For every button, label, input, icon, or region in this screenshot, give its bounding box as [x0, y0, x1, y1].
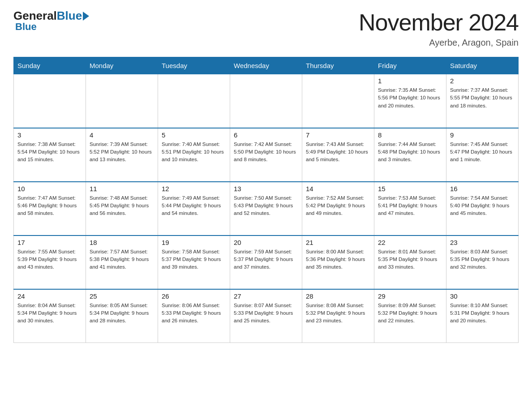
- day-cell: 21Sunrise: 8:00 AM Sunset: 5:36 PM Dayli…: [302, 235, 374, 289]
- day-cell: 17Sunrise: 7:55 AM Sunset: 5:39 PM Dayli…: [14, 235, 86, 289]
- day-info: Sunrise: 7:50 AM Sunset: 5:43 PM Dayligh…: [234, 194, 298, 218]
- day-number: 20: [234, 239, 298, 246]
- day-info: Sunrise: 7:38 AM Sunset: 5:54 PM Dayligh…: [17, 141, 82, 164]
- day-cell: 15Sunrise: 7:53 AM Sunset: 5:41 PM Dayli…: [374, 182, 446, 235]
- day-info: Sunrise: 8:04 AM Sunset: 5:34 PM Dayligh…: [17, 302, 82, 325]
- day-cell: [158, 74, 230, 128]
- day-info: Sunrise: 7:40 AM Sunset: 5:51 PM Dayligh…: [162, 141, 226, 164]
- week-row-2: 3Sunrise: 7:38 AM Sunset: 5:54 PM Daylig…: [14, 128, 519, 182]
- day-info: Sunrise: 7:43 AM Sunset: 5:49 PM Dayligh…: [306, 141, 370, 164]
- day-cell: 19Sunrise: 7:58 AM Sunset: 5:37 PM Dayli…: [158, 235, 230, 289]
- day-cell: 4Sunrise: 7:39 AM Sunset: 5:52 PM Daylig…: [86, 128, 158, 182]
- day-number: 26: [162, 292, 226, 300]
- week-row-4: 17Sunrise: 7:55 AM Sunset: 5:39 PM Dayli…: [14, 235, 519, 289]
- day-number: 19: [162, 239, 226, 246]
- header-day-sunday: Sunday: [14, 57, 86, 74]
- calendar-title: November 2024: [359, 9, 519, 36]
- day-cell: 13Sunrise: 7:50 AM Sunset: 5:43 PM Dayli…: [230, 182, 302, 235]
- logo-arrow-icon: [83, 12, 89, 21]
- day-info: Sunrise: 7:54 AM Sunset: 5:40 PM Dayligh…: [450, 194, 515, 218]
- day-cell: 8Sunrise: 7:44 AM Sunset: 5:48 PM Daylig…: [374, 128, 446, 182]
- day-number: 30: [450, 292, 515, 300]
- day-number: 7: [306, 131, 370, 139]
- day-number: 10: [17, 185, 82, 193]
- day-number: 17: [17, 239, 82, 246]
- day-cell: 18Sunrise: 7:57 AM Sunset: 5:38 PM Dayli…: [86, 235, 158, 289]
- day-info: Sunrise: 7:48 AM Sunset: 5:45 PM Dayligh…: [90, 194, 154, 218]
- day-cell: 12Sunrise: 7:49 AM Sunset: 5:44 PM Dayli…: [158, 182, 230, 235]
- header-day-wednesday: Wednesday: [230, 57, 302, 74]
- week-row-5: 24Sunrise: 8:04 AM Sunset: 5:34 PM Dayli…: [14, 289, 519, 343]
- header-day-monday: Monday: [86, 57, 158, 74]
- day-cell: 16Sunrise: 7:54 AM Sunset: 5:40 PM Dayli…: [446, 182, 519, 235]
- day-number: 22: [378, 239, 442, 246]
- day-number: 6: [234, 131, 298, 139]
- day-cell: 23Sunrise: 8:03 AM Sunset: 5:35 PM Dayli…: [446, 235, 519, 289]
- day-cell: 24Sunrise: 8:04 AM Sunset: 5:34 PM Dayli…: [14, 289, 86, 343]
- day-number: 16: [450, 185, 515, 193]
- day-cell: [230, 74, 302, 128]
- day-info: Sunrise: 7:58 AM Sunset: 5:37 PM Dayligh…: [162, 248, 226, 271]
- day-cell: 2Sunrise: 7:37 AM Sunset: 5:55 PM Daylig…: [446, 74, 519, 128]
- day-cell: 22Sunrise: 8:01 AM Sunset: 5:35 PM Dayli…: [374, 235, 446, 289]
- day-number: 27: [234, 292, 298, 300]
- day-info: Sunrise: 7:44 AM Sunset: 5:48 PM Dayligh…: [378, 141, 442, 164]
- day-cell: 1Sunrise: 7:35 AM Sunset: 5:56 PM Daylig…: [374, 74, 446, 128]
- day-cell: 25Sunrise: 8:05 AM Sunset: 5:34 PM Dayli…: [86, 289, 158, 343]
- calendar-subtitle: Ayerbe, Aragon, Spain: [359, 38, 519, 48]
- day-cell: [302, 74, 374, 128]
- calendar-header: SundayMondayTuesdayWednesdayThursdayFrid…: [14, 57, 519, 74]
- day-cell: 10Sunrise: 7:47 AM Sunset: 5:46 PM Dayli…: [14, 182, 86, 235]
- day-number: 1: [378, 77, 442, 85]
- day-number: 15: [378, 185, 442, 193]
- day-cell: 27Sunrise: 8:07 AM Sunset: 5:33 PM Dayli…: [230, 289, 302, 343]
- day-info: Sunrise: 8:03 AM Sunset: 5:35 PM Dayligh…: [450, 248, 515, 271]
- title-block: November 2024 Ayerbe, Aragon, Spain: [359, 9, 519, 48]
- header-day-tuesday: Tuesday: [158, 57, 230, 74]
- day-number: 28: [306, 292, 370, 300]
- day-info: Sunrise: 8:07 AM Sunset: 5:33 PM Dayligh…: [234, 302, 298, 325]
- day-cell: 30Sunrise: 8:10 AM Sunset: 5:31 PM Dayli…: [446, 289, 519, 343]
- day-info: Sunrise: 7:52 AM Sunset: 5:42 PM Dayligh…: [306, 194, 370, 218]
- day-number: 14: [306, 185, 370, 193]
- day-number: 8: [378, 131, 442, 139]
- day-cell: 7Sunrise: 7:43 AM Sunset: 5:49 PM Daylig…: [302, 128, 374, 182]
- day-cell: 11Sunrise: 7:48 AM Sunset: 5:45 PM Dayli…: [86, 182, 158, 235]
- day-number: 25: [90, 292, 154, 300]
- day-info: Sunrise: 7:35 AM Sunset: 5:56 PM Dayligh…: [378, 86, 442, 110]
- calendar-body: 1Sunrise: 7:35 AM Sunset: 5:56 PM Daylig…: [14, 74, 519, 343]
- day-number: 18: [90, 239, 154, 246]
- day-number: 23: [450, 239, 515, 246]
- week-row-1: 1Sunrise: 7:35 AM Sunset: 5:56 PM Daylig…: [14, 74, 519, 128]
- day-cell: 14Sunrise: 7:52 AM Sunset: 5:42 PM Dayli…: [302, 182, 374, 235]
- week-row-3: 10Sunrise: 7:47 AM Sunset: 5:46 PM Dayli…: [14, 182, 519, 235]
- day-number: 11: [90, 185, 154, 193]
- day-info: Sunrise: 7:57 AM Sunset: 5:38 PM Dayligh…: [90, 248, 154, 271]
- day-info: Sunrise: 7:39 AM Sunset: 5:52 PM Dayligh…: [90, 141, 154, 164]
- day-cell: [86, 74, 158, 128]
- day-info: Sunrise: 7:42 AM Sunset: 5:50 PM Dayligh…: [234, 141, 298, 164]
- day-info: Sunrise: 7:49 AM Sunset: 5:44 PM Dayligh…: [162, 194, 226, 218]
- day-info: Sunrise: 7:45 AM Sunset: 5:47 PM Dayligh…: [450, 141, 515, 164]
- logo-blue-text: Blue: [57, 9, 82, 23]
- day-number: 24: [17, 292, 82, 300]
- day-info: Sunrise: 7:47 AM Sunset: 5:46 PM Dayligh…: [17, 194, 82, 218]
- day-cell: 5Sunrise: 7:40 AM Sunset: 5:51 PM Daylig…: [158, 128, 230, 182]
- day-cell: 28Sunrise: 8:08 AM Sunset: 5:32 PM Dayli…: [302, 289, 374, 343]
- day-info: Sunrise: 8:10 AM Sunset: 5:31 PM Dayligh…: [450, 302, 515, 325]
- day-number: 9: [450, 131, 515, 139]
- day-number: 13: [234, 185, 298, 193]
- header-day-saturday: Saturday: [446, 57, 519, 74]
- day-number: 21: [306, 239, 370, 246]
- day-info: Sunrise: 8:09 AM Sunset: 5:32 PM Dayligh…: [378, 302, 442, 325]
- day-number: 5: [162, 131, 226, 139]
- page-header: General Blue Blue November 2024 Ayerbe, …: [13, 9, 519, 48]
- day-number: 4: [90, 131, 154, 139]
- day-number: 29: [378, 292, 442, 300]
- header-day-friday: Friday: [374, 57, 446, 74]
- day-info: Sunrise: 7:53 AM Sunset: 5:41 PM Dayligh…: [378, 194, 442, 218]
- day-cell: [14, 74, 86, 128]
- day-info: Sunrise: 7:37 AM Sunset: 5:55 PM Dayligh…: [450, 86, 515, 110]
- header-row: SundayMondayTuesdayWednesdayThursdayFrid…: [14, 57, 519, 74]
- day-info: Sunrise: 7:59 AM Sunset: 5:37 PM Dayligh…: [234, 248, 298, 271]
